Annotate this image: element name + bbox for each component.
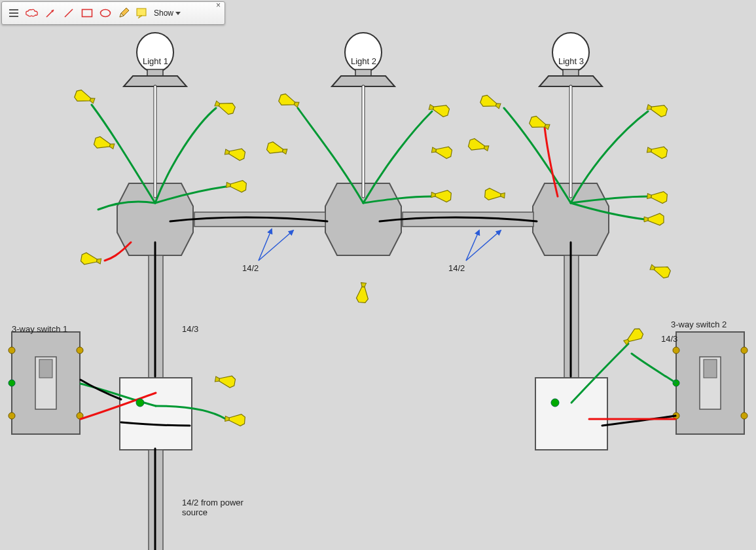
svg-line-23 bbox=[65, 9, 73, 17]
cable-feed: 14/2 from power source bbox=[182, 498, 243, 517]
svg-point-14 bbox=[551, 399, 559, 407]
svg-point-13 bbox=[136, 399, 144, 407]
svg-point-25 bbox=[101, 10, 111, 17]
light-1-label: Light 1 bbox=[143, 56, 168, 66]
show-menu[interactable]: Show bbox=[154, 9, 181, 18]
ellipse-tool-button[interactable] bbox=[97, 5, 114, 22]
light-2-label: Light 2 bbox=[351, 56, 376, 66]
cloud-tool-button[interactable] bbox=[24, 5, 41, 22]
svg-rect-24 bbox=[82, 10, 92, 17]
rectangle-tool-button[interactable] bbox=[79, 5, 96, 22]
arrow-tool-button[interactable] bbox=[42, 5, 59, 22]
cable-mid-1: 14/2 bbox=[242, 263, 259, 273]
gangbox-left bbox=[120, 378, 192, 450]
note-tool-button[interactable] bbox=[134, 5, 151, 22]
cable-left-drop: 14/3 bbox=[182, 324, 198, 334]
gangbox-right bbox=[535, 378, 607, 450]
pencil-tool-button[interactable] bbox=[115, 5, 132, 22]
toolbar-close-button[interactable]: × bbox=[213, 1, 223, 9]
cable-right-drop: 14/3 bbox=[661, 334, 677, 344]
menu-button[interactable] bbox=[5, 5, 22, 22]
svg-rect-26 bbox=[137, 9, 146, 16]
svg-line-16 bbox=[259, 230, 293, 261]
switch-2 bbox=[673, 332, 747, 434]
switch-1-label: 3-way switch 1 bbox=[12, 324, 67, 334]
svg-line-15 bbox=[259, 229, 272, 261]
cable-mid-2: 14/2 bbox=[448, 263, 465, 273]
wiring-diagram bbox=[0, 0, 756, 550]
switch-1 bbox=[9, 332, 83, 434]
switch-2-label: 3-way switch 2 bbox=[671, 320, 727, 329]
line-tool-button[interactable] bbox=[60, 5, 77, 22]
light-3-label: Light 3 bbox=[558, 56, 584, 66]
annotation-toolbar: Show × bbox=[1, 1, 225, 25]
svg-line-17 bbox=[466, 230, 479, 261]
svg-line-18 bbox=[466, 230, 501, 261]
